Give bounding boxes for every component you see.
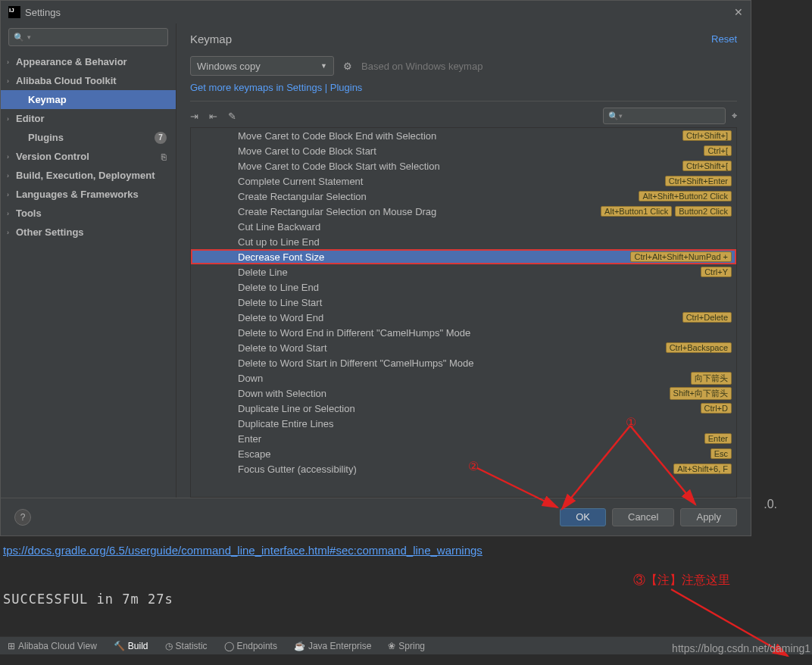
action-list[interactable]: Move Caret to Code Block End with Select…: [190, 127, 737, 498]
action-name: Escape: [238, 448, 270, 460]
action-row[interactable]: Duplicate Entire Lines: [191, 416, 736, 431]
sidebar-item[interactable]: ›Version Control⎘: [1, 147, 176, 166]
action-row[interactable]: Down with SelectionShift+向下箭头: [191, 386, 736, 401]
sidebar-search[interactable]: 🔍 ▾: [8, 28, 168, 46]
action-name: Delete to Word Start in Different "Camel…: [238, 357, 474, 369]
sidebar-item-label: Tools: [16, 208, 42, 219]
keymap-dropdown[interactable]: Windows copy ▼: [190, 56, 334, 76]
action-row[interactable]: Move Caret to Code Block Start with Sele…: [191, 158, 736, 173]
key-badge: Alt+Button1 Click: [601, 206, 672, 217]
console-link[interactable]: tps://docs.gradle.org/6.5/userguide/comm…: [3, 544, 483, 557]
action-name: Create Rectangular Selection on Mouse Dr…: [238, 206, 436, 217]
action-row[interactable]: Delete to Line Start: [191, 295, 736, 310]
action-row[interactable]: EscapeEsc: [191, 446, 736, 461]
app-icon: [8, 6, 20, 18]
sidebar-item[interactable]: ›Tools: [1, 204, 176, 223]
dialog-title: Settings: [25, 7, 61, 18]
action-name: Complete Current Statement: [238, 176, 363, 187]
action-row[interactable]: Delete to Word Start in Different "Camel…: [191, 355, 736, 370]
shortcut: Alt+Shift+Button2 Click: [639, 191, 732, 201]
action-row[interactable]: Delete to Word End in Different "CamelHu…: [191, 325, 736, 340]
edit-icon[interactable]: ✎: [228, 111, 236, 122]
key-badge: Alt+Shift+Button2 Click: [639, 191, 732, 201]
action-row[interactable]: Delete to Word EndCtrl+Delete: [191, 310, 736, 325]
close-icon[interactable]: ✕: [734, 6, 743, 18]
ok-button[interactable]: OK: [560, 508, 606, 526]
action-name: Move Caret to Code Block End with Select…: [238, 130, 436, 142]
key-badge: Ctrl+Shift+Enter: [665, 176, 732, 186]
expand-all-icon[interactable]: ⇥: [190, 111, 198, 122]
collapse-all-icon[interactable]: ⇤: [209, 111, 217, 122]
action-name: Delete to Word Start: [238, 342, 327, 354]
search-icon: 🔍: [14, 33, 24, 42]
action-row[interactable]: Move Caret to Code Block End with Select…: [191, 128, 736, 143]
tab-icon: ☕: [294, 641, 305, 651]
plugins-link[interactable]: Get more keymaps in Settings | Plugins: [190, 82, 737, 93]
action-row[interactable]: Down向下箭头: [191, 370, 736, 386]
help-button[interactable]: ?: [14, 509, 31, 526]
keymap-search[interactable]: 🔍 ▾: [603, 108, 726, 124]
key-badge: Button2 Click: [675, 206, 732, 217]
bottom-tab[interactable]: ◷Statistic: [165, 641, 208, 651]
shortcut: Ctrl+Shift+Enter: [665, 176, 732, 186]
shortcut: Alt+Shift+6, F: [673, 464, 732, 474]
divider: [190, 101, 737, 101]
titlebar: Settings ✕: [1, 1, 751, 23]
sidebar-item[interactable]: ›Build, Execution, Deployment: [1, 166, 176, 185]
sidebar-item[interactable]: ›Languages & Frameworks: [1, 185, 176, 204]
sidebar-item[interactable]: ›Editor: [1, 109, 176, 128]
action-row[interactable]: Delete to Word StartCtrl+Backspace: [191, 340, 736, 355]
dropdown-value: Windows copy: [197, 61, 261, 72]
reset-link[interactable]: Reset: [711, 33, 737, 45]
cancel-button[interactable]: Cancel: [612, 508, 674, 526]
key-badge: Ctrl+Alt+Shift+NumPad +: [630, 251, 732, 262]
watermark: https://blog.csdn.net/daming1: [672, 642, 810, 654]
tab-label: Build: [128, 641, 148, 651]
key-badge: Ctrl+Shift+[: [682, 161, 732, 171]
action-row[interactable]: Cut Line Backward: [191, 219, 736, 234]
action-row[interactable]: Focus Gutter (accessibility)Alt+Shift+6,…: [191, 461, 736, 476]
sidebar-item[interactable]: ›Other Settings: [1, 223, 176, 242]
bottom-tab[interactable]: ◯Endpoints: [224, 641, 277, 651]
tab-icon: 🔨: [114, 641, 125, 651]
sidebar: 🔍 ▾ ›Appearance & Behavior›Alibaba Cloud…: [1, 23, 176, 498]
sidebar-item[interactable]: ›Appearance & Behavior: [1, 52, 176, 71]
settings-dialog: Settings ✕ 🔍 ▾ ›Appearance & Behavior›Al…: [0, 0, 751, 536]
tab-label: Endpoints: [237, 641, 277, 651]
action-row[interactable]: Create Rectangular SelectionAlt+Shift+Bu…: [191, 189, 736, 204]
bottom-tab[interactable]: ❀Spring: [388, 641, 425, 651]
sidebar-item[interactable]: ›Alibaba Cloud Toolkit: [1, 71, 176, 90]
shortcut: Ctrl+Delete: [682, 312, 732, 323]
shortcut: Ctrl+Shift+]: [682, 130, 732, 141]
chevron-right-icon: ›: [7, 191, 9, 198]
action-row[interactable]: Create Rectangular Selection on Mouse Dr…: [191, 204, 736, 219]
bottom-tab[interactable]: 🔨Build: [114, 641, 148, 651]
shortcut: Ctrl+D: [701, 403, 732, 414]
action-row[interactable]: Delete to Line End: [191, 279, 736, 295]
sidebar-item[interactable]: Plugins7: [1, 128, 176, 147]
action-row[interactable]: EnterEnter: [191, 431, 736, 446]
action-name: Enter: [238, 433, 261, 445]
chevron-down-icon: ▼: [320, 62, 327, 70]
shortcut: Ctrl+Y: [701, 267, 732, 277]
shortcut: Esc: [710, 448, 732, 459]
action-row[interactable]: Cut up to Line End: [191, 234, 736, 249]
gear-icon[interactable]: ⚙: [343, 61, 352, 72]
key-badge: Enter: [704, 433, 732, 444]
sidebar-item-label: Plugins: [28, 132, 64, 143]
action-row[interactable]: Duplicate Line or SelectionCtrl+D: [191, 401, 736, 416]
action-row[interactable]: Move Caret to Code Block StartCtrl+[: [191, 143, 736, 158]
chevron-right-icon: ›: [7, 229, 9, 236]
action-row[interactable]: Complete Current StatementCtrl+Shift+Ent…: [191, 173, 736, 189]
action-row[interactable]: Delete LineCtrl+Y: [191, 264, 736, 279]
shortcut: Enter: [704, 433, 732, 444]
tab-label: Statistic: [176, 641, 208, 651]
main-panel: Keymap Reset Windows copy ▼ ⚙ Based on W…: [176, 23, 751, 498]
find-by-shortcut-icon[interactable]: ⌖: [732, 110, 737, 122]
bottom-tab[interactable]: ⊞Alibaba Cloud View: [8, 641, 97, 651]
apply-button[interactable]: Apply: [680, 508, 737, 526]
sidebar-item[interactable]: Keymap: [1, 90, 176, 109]
action-row[interactable]: Decrease Font SizeCtrl+Alt+Shift+NumPad …: [191, 249, 736, 264]
bottom-tab[interactable]: ☕Java Enterprise: [294, 641, 371, 651]
sidebar-item-label: Build, Execution, Deployment: [16, 170, 155, 181]
